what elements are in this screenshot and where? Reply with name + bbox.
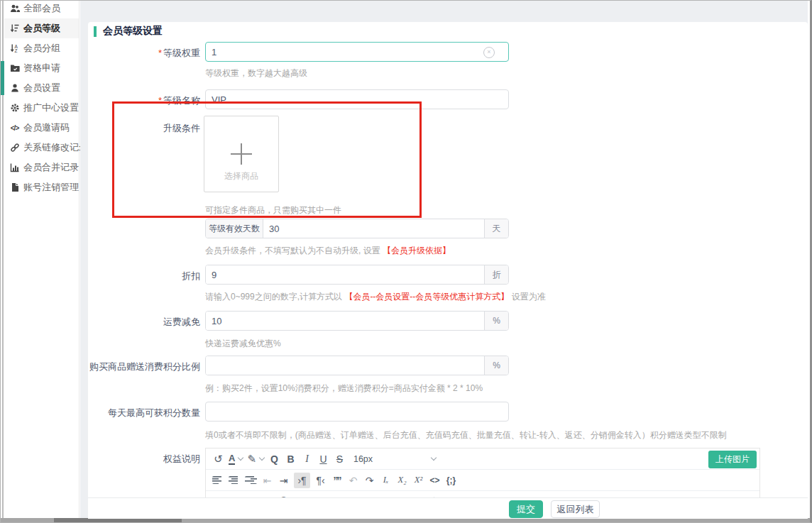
sidebar-item-member-settings[interactable]: 会员设置 [4,78,79,98]
discount-input[interactable] [206,265,484,284]
select-product-upload-box[interactable]: 选择商品 [204,116,279,192]
level-weight-help: 等级权重，数字越大越高级 [205,67,307,79]
clear-circle-icon[interactable]: × [483,47,495,58]
benefits-label: 权益说明 [88,453,200,466]
app-window: 全部会员 会员等级 AZ 会员分组 资格申请 会员设置 [0,0,812,523]
align-right-icon[interactable] [245,476,257,484]
blockquote-icon[interactable]: ”” [331,473,343,488]
sidebar-item-label: 会员设置 [23,82,60,94]
sidebar-item-relation-log[interactable]: 关系链修改记录 [4,138,79,158]
sidebar-item-label: 会员等级 [23,22,60,35]
redo-icon[interactable]: ↷ [363,473,375,488]
indent-icon[interactable]: ⇥ [278,473,290,488]
discount-unit: 折 [484,265,508,284]
inline-code-icon[interactable]: <> [429,473,441,488]
folder-check-icon [9,63,20,73]
editor-toolbar-row-2: ⇤⇥›¶¶‹””↶↷IₓX₂X²<>{;} [206,470,759,491]
discount-group: 折 [205,265,509,285]
sidebar-item-qualification[interactable]: 资格申请 [4,58,79,78]
font-size-select[interactable]: 16px [353,454,436,464]
points-ratio-group: % [205,356,509,375]
level-weight-input[interactable] [205,42,509,62]
bar-chart-icon [9,163,20,172]
bold-icon[interactable]: B [285,451,297,467]
align-left-icon[interactable] [212,476,224,484]
sidebar-item-all-members[interactable]: 全部会员 [4,0,79,18]
subscript-icon[interactable]: X₂ [396,473,408,488]
sidebar-item-member-level[interactable]: 会员等级 [4,18,79,38]
strikethrough-icon[interactable]: S [334,451,346,467]
daily-points-input[interactable] [205,402,509,422]
discount-settings-link[interactable]: 【会员--会员设置--会员等级优惠计算方式】 [344,292,509,302]
users-icon [9,4,20,13]
sidebar-item-label: 关系链修改记录 [23,141,88,154]
align-center-icon[interactable] [229,476,241,484]
member-level-form-card: 会员等级设置 *等级权重 × 等级权重，数字越大越高级 *等级名称 升级条件 选… [88,22,808,519]
points-ratio-unit: % [484,356,508,375]
superscript-icon[interactable]: X² [412,473,424,488]
italic-icon[interactable]: I [301,451,313,467]
sidebar-item-account-cancel[interactable]: 账号注销管理 [4,177,79,197]
sidebar-item-invite-code[interactable]: </>会员邀请码 [4,118,79,138]
sidebar-item-member-group[interactable]: AZ 会员分组 [4,38,79,58]
shipping-help: 快递运费减免优惠% [205,338,281,350]
upgrade-condition-help: 可指定多件商品，只需购买其中一件 [205,204,341,216]
code-block-icon[interactable]: {;} [445,473,457,488]
daily-points-help: 填0或者不填即不限制，(商品赠送、订单赠送、后台充值、充值码充值、批量充值、转让… [205,429,727,441]
valid-days-prepend-label: 等级有效天数 [206,219,263,238]
upgrade-basis-link[interactable]: 【会员升级依据】 [383,246,451,255]
sidebar-item-promotion-settings[interactable]: 推广中心设置 [4,98,79,118]
level-weight-label: *等级权重 [88,47,200,60]
form-footer: 提交 返回列表 [88,497,808,519]
level-name-label: *等级名称 [88,94,200,107]
valid-days-help: 会员升级条件，不填写默认为不自动升级, 设置 【会员升级依据】 [205,245,451,257]
sidebar-item-label: 会员邀请码 [23,121,70,134]
outdent-icon[interactable]: ⇤ [261,473,273,488]
plus-icon [231,143,252,165]
sidebar-item-label: 全部会员 [23,2,60,15]
shipping-discount-label: 运费减免 [88,316,200,329]
file-icon [9,182,20,192]
font-color-icon[interactable]: A [229,451,243,467]
underline-icon[interactable]: U [317,451,329,467]
sidebar-item-label: 会员分组 [23,42,60,55]
level-name-input[interactable] [205,89,509,109]
sort-level-icon [9,23,20,33]
page-title: 会员等级设置 [94,25,163,38]
shipping-group: % [205,311,509,331]
sidebar: 全部会员 会员等级 AZ 会员分组 资格申请 会员设置 [4,1,79,519]
gear-icon [9,103,20,113]
sidebar-item-label: 会员合并记录 [23,161,79,174]
highlight-pen-icon[interactable]: ✎ [247,451,264,467]
code-icon: </> [9,123,20,133]
history-icon[interactable]: ↺ [212,451,224,467]
paragraph-rtl-icon[interactable]: ¶‹ [314,473,327,488]
shipping-input[interactable] [206,312,484,330]
search-icon[interactable]: Q [268,451,280,467]
sidebar-item-merge-log[interactable]: 会员合并记录 [4,158,79,177]
sidebar-item-label: 资格申请 [23,62,60,75]
upgrade-condition-label: 升级条件 [88,122,200,135]
shipping-unit: % [484,312,508,330]
points-ratio-help: 例：购买2件，设置10%消费积分，赠送消费积分=商品实付金额 * 2 * 10% [205,382,483,395]
undo-icon[interactable]: ↶ [347,473,359,488]
paragraph-ltr-icon[interactable]: ›¶ [294,473,310,488]
discount-label: 折扣 [88,270,200,282]
sidebar-item-label: 推广中心设置 [23,101,79,114]
points-ratio-input[interactable] [206,356,484,375]
upload-image-button[interactable]: 上传图片 [708,451,757,468]
svg-text:Z: Z [14,48,17,53]
valid-days-group: 等级有效天数 天 [205,219,509,238]
title-accent-bar [94,26,97,37]
valid-days-input[interactable] [263,219,484,238]
chevron-down-icon [259,455,265,461]
chevron-down-icon [431,455,437,461]
sort-alpha-icon: AZ [9,43,20,53]
clear-format-icon[interactable]: Iₓ [380,473,392,488]
back-to-list-button[interactable]: 返回列表 [551,500,600,518]
daily-points-label: 每天最高可获积分数量 [88,407,200,419]
user-icon [9,83,20,93]
select-product-text: 选择商品 [204,170,278,182]
chevron-down-icon [238,455,243,461]
submit-button[interactable]: 提交 [509,500,543,518]
